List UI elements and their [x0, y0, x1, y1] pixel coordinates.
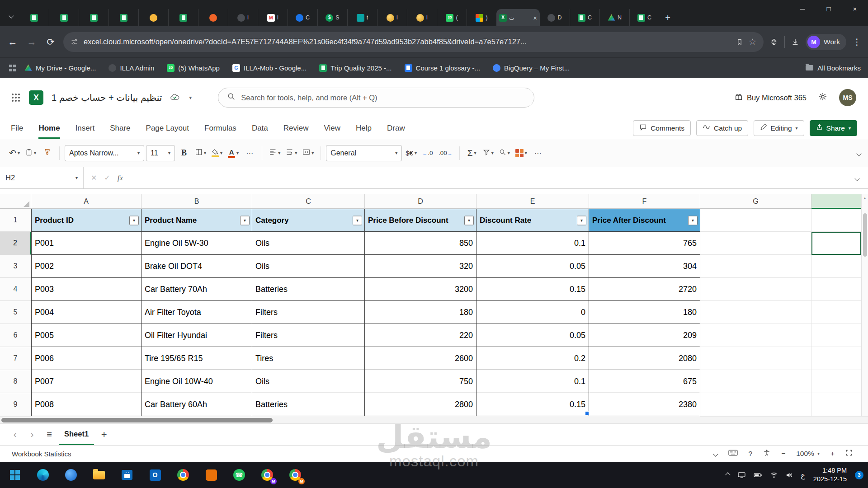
- cell[interactable]: [811, 370, 861, 393]
- cell[interactable]: 850: [365, 232, 476, 255]
- cell[interactable]: Filters: [252, 324, 365, 347]
- row-header[interactable]: 4: [0, 278, 31, 301]
- filter-button[interactable]: ▾: [240, 216, 250, 225]
- taskbar-app-chrome-m2[interactable]: M: [285, 465, 306, 485]
- bookmark-item[interactable]: ILLA Admin: [108, 64, 154, 72]
- forward-button[interactable]: →: [25, 37, 38, 47]
- collapse-ribbon-button[interactable]: [857, 149, 861, 157]
- horizontal-scrollbar[interactable]: [0, 416, 868, 423]
- row-header[interactable]: 7: [0, 347, 31, 370]
- fill-color-button[interactable]: ▾: [210, 145, 224, 161]
- browser-menu-button[interactable]: ⋮: [853, 37, 862, 47]
- cell[interactable]: Oil Filter Hyundai: [142, 324, 252, 347]
- filter-button[interactable]: ▾: [353, 216, 362, 225]
- cell[interactable]: 0.2: [476, 347, 589, 370]
- comments-button[interactable]: Comments: [633, 120, 691, 136]
- number-format-select[interactable]: General▾: [326, 145, 402, 161]
- cell[interactable]: [700, 232, 811, 255]
- cell[interactable]: P005: [31, 324, 142, 347]
- filter-button[interactable]: ▾: [464, 216, 474, 225]
- row-header[interactable]: 8: [0, 370, 31, 393]
- cell[interactable]: 2800: [365, 393, 476, 416]
- zoom-in-button[interactable]: +: [830, 450, 835, 458]
- sort-filter-button[interactable]: ▾: [481, 145, 495, 161]
- cell[interactable]: 0: [476, 301, 589, 324]
- browser-tab[interactable]: 35(: [437, 9, 467, 26]
- prev-sheet-icon[interactable]: ‹: [7, 424, 23, 445]
- ribbon-tab-view[interactable]: View: [324, 117, 341, 139]
- cell[interactable]: 0.1: [476, 370, 589, 393]
- cell[interactable]: 180: [589, 301, 700, 324]
- cell[interactable]: Oils: [252, 255, 365, 278]
- browser-tab[interactable]: $S: [317, 9, 347, 26]
- table-header-cell[interactable]: Price Before Discount▾: [365, 209, 476, 232]
- catch-up-button[interactable]: Catch up: [696, 120, 748, 136]
- cell[interactable]: [700, 255, 811, 278]
- cell[interactable]: 220: [365, 324, 476, 347]
- bookmark-save-icon[interactable]: [736, 38, 743, 46]
- expand-formula-bar-icon[interactable]: [855, 174, 859, 182]
- browser-tab[interactable]: C: [288, 9, 317, 26]
- formula-input[interactable]: [123, 167, 855, 188]
- all-bookmarks-button[interactable]: All Bookmarks: [806, 64, 861, 72]
- zoom-level-select[interactable]: 100%▾: [796, 450, 820, 458]
- filter-button[interactable]: ▾: [577, 216, 586, 225]
- browser-tab[interactable]: ): [467, 9, 496, 26]
- bookmark-item[interactable]: Trip Quality 2025 -...: [319, 64, 392, 72]
- cell[interactable]: 0.1: [476, 232, 589, 255]
- browser-tab[interactable]: t: [347, 9, 377, 26]
- cell[interactable]: P002: [31, 255, 142, 278]
- cell[interactable]: Engine Oil 5W-30: [142, 232, 252, 255]
- cell[interactable]: 180: [365, 301, 476, 324]
- browser-tab[interactable]: Xت×: [496, 9, 540, 26]
- cell[interactable]: Batteries: [252, 393, 365, 416]
- cell[interactable]: [811, 324, 861, 347]
- cancel-entry-icon[interactable]: ✕: [91, 174, 97, 182]
- workbook-statistics-button[interactable]: Workbook Statistics: [12, 450, 71, 458]
- column-header-E[interactable]: E: [476, 194, 589, 209]
- bookmark-item[interactable]: Course 1 glossary -...: [405, 64, 481, 72]
- column-header-A[interactable]: A: [31, 194, 142, 209]
- row-header[interactable]: 1: [0, 209, 31, 232]
- cell[interactable]: [700, 393, 811, 416]
- cell[interactable]: P001: [31, 232, 142, 255]
- cell[interactable]: 0.15: [476, 278, 589, 301]
- cell[interactable]: 0.05: [476, 324, 589, 347]
- name-box[interactable]: H2 ▾: [0, 167, 84, 188]
- bookmark-item[interactable]: GILLA-Mob - Google...: [232, 64, 307, 72]
- wifi-icon[interactable]: [770, 472, 778, 478]
- taskbar-app-edge[interactable]: [33, 465, 53, 485]
- cell[interactable]: P004: [31, 301, 142, 324]
- browser-tab[interactable]: [198, 9, 228, 26]
- buy-microsoft-365-button[interactable]: Buy Microsoft 365: [735, 93, 807, 103]
- table-header-cell[interactable]: Discount Rate▾: [476, 209, 589, 232]
- add-sheet-button[interactable]: +: [96, 424, 112, 445]
- cell[interactable]: Brake Oil DOT4: [142, 255, 252, 278]
- cell[interactable]: 0.15: [476, 393, 589, 416]
- cell[interactable]: Tire 195/65 R15: [142, 347, 252, 370]
- browser-tab[interactable]: [79, 9, 108, 26]
- browser-tab[interactable]: [19, 9, 49, 26]
- tab-close-icon[interactable]: ×: [533, 14, 537, 21]
- zoom-out-button[interactable]: −: [781, 450, 785, 458]
- apps-grid-icon[interactable]: [9, 65, 12, 67]
- taskbar-app-whatsapp[interactable]: ☎: [229, 465, 250, 485]
- font-name-select[interactable]: Aptos Narrow...▾: [65, 145, 144, 161]
- autosum-button[interactable]: Σ▾: [465, 145, 479, 161]
- taskbar-app-start[interactable]: [5, 465, 25, 485]
- cell[interactable]: [700, 301, 811, 324]
- taskbar-app-outlook[interactable]: O: [145, 465, 165, 485]
- battery-icon[interactable]: [754, 473, 762, 478]
- wrap-text-button[interactable]: ▾: [284, 145, 299, 161]
- ribbon-tab-formulas[interactable]: Formulas: [204, 117, 236, 139]
- cell[interactable]: 675: [589, 370, 700, 393]
- paste-button[interactable]: ▾: [24, 145, 38, 161]
- sheet-tab-sheet1[interactable]: Sheet1: [59, 424, 94, 445]
- bookmark-item[interactable]: My Drive - Google...: [24, 64, 96, 72]
- cell[interactable]: Batteries: [252, 278, 365, 301]
- cell[interactable]: Oils: [252, 232, 365, 255]
- horizontal-scroll-thumb[interactable]: [1, 418, 273, 422]
- cell[interactable]: [700, 278, 811, 301]
- taskbar-app-file-explorer[interactable]: [89, 465, 109, 485]
- table-header-cell[interactable]: Category▾: [252, 209, 365, 232]
